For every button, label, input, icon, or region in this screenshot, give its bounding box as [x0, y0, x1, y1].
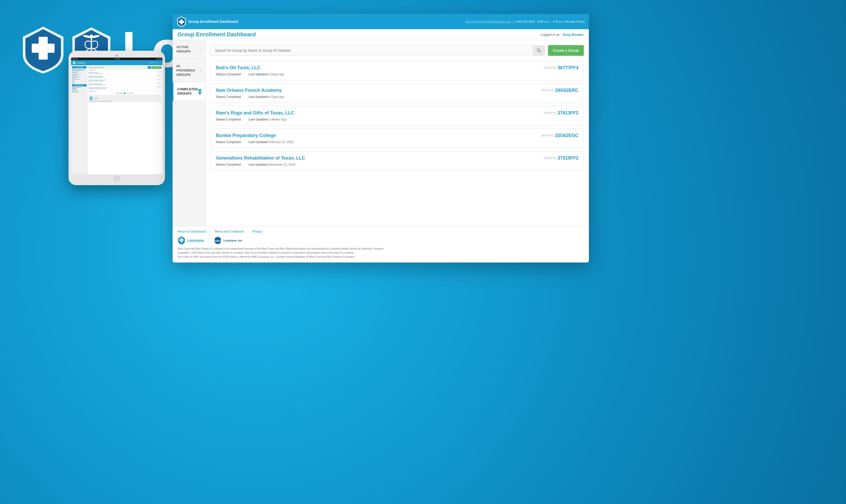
in-progress-icon: ○ [199, 69, 201, 73]
group-updated-meta: Last Updated November 21, 2014 [248, 163, 296, 166]
group-name-link-4[interactable]: Generations Rehabilitation of Texas, LLC [216, 156, 305, 161]
search-button[interactable] [533, 45, 545, 56]
last-updated-value: February 14, 2015 [268, 140, 294, 144]
group-card: Bob's Oil Tools, LLC GROUP ID 36777FF4 S… [211, 61, 584, 80]
logged-in-label: Logged in as [541, 33, 560, 37]
active-groups-icon: ○ [199, 48, 201, 52]
group-name-link-2[interactable]: Ram's Rugs and Gifts of Texas, LLC [216, 110, 294, 116]
svg-point-3 [90, 35, 93, 38]
group-card-bottom: Status Completed Last Updated 3 Weeks Ag… [216, 118, 579, 121]
terms-link[interactable]: Terms and Conditions [214, 230, 244, 233]
create-group-button[interactable]: Create a Group [548, 45, 584, 56]
logged-in-area: Logged in as Greg Breaker [541, 32, 584, 37]
group-cards-list: Bob's Oil Tools, LLC GROUP ID 36777FF4 S… [211, 61, 584, 171]
page-title: Group Enrollment Dashboard [178, 31, 256, 38]
contact-hours: (8:00 a.m. – 4:30 p.m. Monday-Friday) [537, 20, 585, 23]
footer-legal-text: Blue Cross and Blue Shield of Louisiana … [178, 247, 584, 259]
last-updated-value: 3 Days Ago [268, 73, 284, 76]
last-updated-label: Last Updated [248, 163, 268, 166]
svg-rect-7 [90, 98, 92, 98]
group-name-link-1[interactable]: New Orleans French Academy [216, 88, 282, 93]
svg-rect-9 [179, 21, 184, 23]
bcbs-header-shield-icon [177, 16, 186, 27]
status-label-static: Status [216, 118, 226, 121]
hmo-brand-text: Louisiana, Inc. [223, 239, 243, 242]
privacy-link[interactable]: Privacy [252, 230, 262, 233]
group-id-area: GROUP ID 37319FF2 [544, 156, 579, 161]
contact-email[interactable]: eBusinessServiceDesk@bcbsla.com [465, 20, 511, 23]
group-card: Ram's Rugs and Gifts of Texas, LLC GROUP… [211, 106, 584, 126]
blue-cross-shield-icon [20, 24, 66, 75]
svg-rect-1 [32, 43, 55, 53]
footer-copyright-line: Copyright © 2015 Blue Cross and Blue Shi… [178, 251, 584, 255]
completed-groups-label: COMPLETED GROUPS [177, 87, 198, 96]
last-updated-label: Last Updated [248, 140, 268, 144]
group-card-bottom: Status Completed Last Updated November 2… [216, 163, 579, 166]
svg-line-11 [540, 51, 541, 52]
svg-rect-5 [73, 62, 75, 62]
group-status-meta: Status Completed [216, 95, 241, 99]
footer-brand-text: Louisiana [187, 238, 204, 242]
bcbs-footer-logo: Louisiana [178, 236, 204, 245]
sidebar-item-active-groups[interactable]: ACTIVE GROUPS ○ [173, 40, 205, 59]
svg-text:HMO: HMO [215, 240, 221, 242]
last-updated-label: Last Updated [248, 73, 268, 76]
group-status-meta: Status Completed [216, 163, 241, 166]
completed-groups-badge: 22 [198, 89, 201, 94]
search-input[interactable] [211, 45, 545, 56]
group-id-label: GROUP ID [544, 157, 556, 160]
group-card-bottom: Status Completed Last Updated 3 Days Ago [216, 73, 579, 76]
tablet-device: iPad ●●● 11:45 AM 100% ▮ Louisiana Logge… [69, 51, 165, 183]
group-id-value: 27613FF2 [558, 110, 579, 116]
status-value: Completed [226, 95, 241, 99]
active-groups-label: ACTIVE GROUPS [176, 45, 199, 54]
group-id-label: GROUP ID [541, 89, 553, 92]
footer-logos: Louisiana HMO Louisiana, Inc. [178, 236, 584, 245]
in-progress-label: IN-PROGRESS GROUPS [176, 64, 199, 77]
browser-window: Group Enrollment Dashboard eBusinessServ… [173, 14, 589, 263]
svg-rect-13 [179, 239, 183, 241]
sidebar-item-completed-groups[interactable]: COMPLETED GROUPS 22 [173, 82, 205, 101]
return-dashboard-link[interactable]: Return to Dashboard [178, 230, 206, 233]
group-id-value: 36777FF4 [558, 65, 579, 71]
group-card-bottom: Status Completed Last Updated February 1… [216, 140, 579, 144]
status-label-static: Status [216, 163, 226, 166]
group-card-bottom: Status Completed Last Updated 6 Days Ago [216, 95, 579, 99]
group-status-meta: Status Completed [216, 140, 241, 144]
group-id-area: GROUP ID 33G62EGC [541, 133, 579, 138]
group-id-value: 29G62ERC [555, 88, 579, 93]
footer-bcbs-line: Blue Cross and Blue Shield of Louisiana … [178, 247, 584, 251]
footer-hmo-line: Our series of HMO and point-of-service (… [178, 255, 584, 259]
hmo-shield-icon: HMO [214, 236, 221, 245]
status-value: Completed [226, 118, 241, 121]
group-id-value: 37319FF2 [558, 156, 579, 161]
last-updated-value: November 21, 2014 [268, 163, 295, 166]
browser-subheader: Group Enrollment Dashboard Logged in as … [173, 29, 589, 40]
group-name-link-3[interactable]: Bunkie Preparatory College [216, 133, 276, 138]
logged-in-user: Greg Breaker [563, 33, 584, 37]
search-input-wrapper [211, 45, 545, 56]
status-value: Completed [226, 140, 241, 144]
sidebar-item-in-progress-groups[interactable]: IN-PROGRESS GROUPS ○ [173, 59, 205, 83]
last-updated-label: Last Updated [248, 95, 268, 99]
group-id-area: GROUP ID 29G62ERC [541, 88, 579, 93]
group-updated-meta: Last Updated 3 Days Ago [248, 73, 284, 76]
footer-links: Return to Dashboard | Terms and Conditio… [178, 230, 584, 233]
group-id-area: GROUP ID 36777FF4 [544, 65, 579, 71]
status-label-static: Status [216, 73, 226, 76]
group-id-label: GROUP ID [544, 112, 556, 114]
status-value: Completed [226, 163, 241, 166]
hmo-footer-logo: HMO Louisiana, Inc. [209, 236, 243, 245]
browser-contact: eBusinessServiceDesk@bcbsla.com | 1-800-… [465, 20, 585, 23]
group-status-meta: Status Completed [216, 118, 241, 121]
group-updated-meta: Last Updated 6 Days Ago [248, 95, 284, 99]
contact-phone: 1-800-222-0524 [515, 20, 535, 23]
group-name-link-0[interactable]: Bob's Oil Tools, LLC [216, 65, 260, 71]
group-id-area: GROUP ID 27613FF2 [544, 110, 579, 116]
last-updated-value: 3 Weeks Ago [268, 118, 286, 121]
bcbs-footer-shield-icon [178, 236, 185, 245]
group-id-value: 33G62EGC [555, 133, 579, 138]
group-card: New Orleans French Academy GROUP ID 29G6… [211, 84, 584, 103]
group-id-label: GROUP ID [541, 134, 553, 137]
browser-footer: Return to Dashboard | Terms and Conditio… [173, 226, 589, 263]
